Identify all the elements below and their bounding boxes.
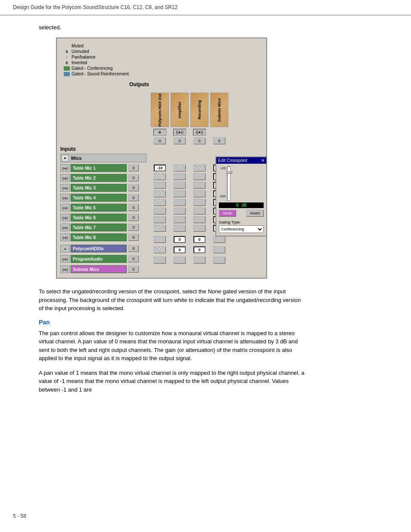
cp-btn-mic5-rec[interactable] — [193, 199, 206, 206]
col-header-amplifier: Amplifier — [171, 93, 189, 127]
submix-icon: ((●)) — [60, 265, 70, 273]
table-mic-2-gain[interactable]: 0 — [128, 174, 139, 181]
slider-track[interactable] — [227, 166, 230, 201]
cp-btn-mic6-amp[interactable] — [174, 208, 186, 215]
submix-gain[interactable]: 0 — [128, 266, 139, 273]
cp-btn-mic4-rec[interactable] — [193, 190, 206, 197]
legend-gated-conf-label: Gated - Conferencing — [72, 66, 113, 71]
cp-btn-mic1-rec[interactable] — [193, 165, 206, 171]
submix-button[interactable]: Submix Mics — [71, 265, 127, 273]
cp-mic2-amp — [171, 173, 189, 180]
mics-expand-btn[interactable]: ● — [62, 155, 68, 162]
table-mic-3-button[interactable]: Table Mic 3 — [71, 184, 127, 192]
input-row-table-mic-2: ((●)) Table Mic 2 0 — [60, 173, 146, 183]
cp-btn-prog-submix[interactable] — [213, 246, 225, 253]
cp-btn-mic1-hdx[interactable]: -10 — [154, 165, 166, 171]
table-mic-5-button[interactable]: Table Mic 5 — [71, 204, 127, 212]
input-row-table-mic-5: ((●)) Table Mic 5 0 — [60, 203, 146, 212]
table-mic-1-gain[interactable]: 0 — [128, 165, 139, 171]
edit-panel-close-btn[interactable]: ✕ — [261, 158, 265, 163]
cp-btn-mic4-hdx[interactable] — [154, 190, 166, 197]
mute-button[interactable]: Mute — [219, 210, 236, 217]
cp-mic8-hdx — [151, 224, 169, 232]
cp-btn-mic5-hdx[interactable] — [154, 199, 166, 206]
cp-btn-mic7-rec[interactable] — [193, 216, 206, 223]
cp-btn-mic3-rec[interactable] — [193, 182, 206, 189]
invert-button[interactable]: Invert — [246, 210, 264, 217]
table-mic-3-gain[interactable]: 0 — [128, 184, 139, 191]
mics-section-header: ● Mics — [60, 154, 146, 162]
cp-btn-prog-hdx[interactable] — [154, 246, 166, 253]
cp-btn-hdx-rec[interactable]: 0 — [193, 236, 206, 243]
cp-hdx-submix — [210, 236, 228, 243]
cp-btn-mic3-amp[interactable] — [174, 182, 186, 189]
cp-btn-mic2-rec[interactable] — [193, 173, 206, 180]
table-mic-7-gain[interactable]: 0 — [128, 224, 139, 231]
cp-mic4-hdx — [151, 190, 169, 198]
cp-btn-mic7-amp[interactable] — [174, 216, 186, 223]
zero-row: 0 0 0 0 — [146, 137, 263, 144]
col-header-recording: Recording — [190, 93, 209, 127]
cp-mic8-rec — [190, 224, 209, 232]
cp-btn-mic7-hdx[interactable] — [154, 216, 166, 223]
zero-btn-2[interactable]: 0 — [174, 137, 186, 144]
cp-btn-hdx-submix[interactable] — [213, 236, 225, 243]
table-mic-4-button[interactable]: Table Mic 4 — [71, 194, 127, 202]
body-para-2: The pan control allows the designer to c… — [39, 329, 306, 363]
col-ctrl-btn-2[interactable]: ((●)) — [173, 129, 186, 136]
zero-btn-4[interactable]: 0 — [213, 137, 225, 144]
zero-btn-1[interactable]: 0 — [154, 137, 166, 144]
zero-btn-3[interactable]: 0 — [193, 137, 206, 144]
cp-btn-sub-hdx[interactable] — [154, 257, 166, 264]
cp-btn-hdx-hdx[interactable] — [154, 236, 166, 243]
table-mic-5-gain[interactable]: 0 — [128, 204, 139, 211]
table-mic-6-gain[interactable]: 0 — [128, 214, 139, 221]
table-mic-7-button[interactable]: Table Mic 7 — [71, 224, 127, 231]
program-button[interactable]: ProgramAudio — [71, 255, 127, 263]
input-row-table-mic-8: ((●)) Table Mic 8 0 — [60, 233, 146, 242]
table-mic-8-gain[interactable]: 0 — [128, 234, 139, 241]
col-ctrl-btn-3[interactable]: ((●)) — [193, 129, 206, 136]
table-mic-1-button[interactable]: Table Mic 1 — [71, 164, 127, 172]
table-mic-6-button[interactable]: Table Mic 6 — [71, 214, 127, 221]
db-display: 0 dB — [219, 202, 264, 208]
cp-btn-hdx-amp[interactable]: 0 — [174, 236, 186, 243]
page-footer: 5 - 58 — [13, 513, 26, 519]
cp-btn-prog-rec[interactable]: 0 — [193, 246, 206, 253]
hdx-gain[interactable]: 0 — [128, 245, 139, 252]
cp-hdx-amp: 0 — [171, 236, 189, 243]
cp-btn-mic3-hdx[interactable] — [154, 182, 166, 189]
page-number: 5 - 58 — [13, 513, 26, 519]
program-label-area: ((●)) ProgramAudio 0 — [60, 255, 146, 263]
input-row-hdx: ● PolycomHDXIn 0 — [60, 244, 146, 253]
cp-btn-mic1-amp[interactable] — [174, 165, 186, 171]
hdx-button[interactable]: PolycomHDXIn — [71, 245, 127, 252]
mic4-icon: ((●)) — [60, 194, 70, 202]
cp-hdx-rec: 0 — [190, 236, 209, 243]
slider-handle[interactable] — [226, 171, 232, 174]
program-gain[interactable]: 0 — [128, 255, 139, 262]
cp-btn-mic6-rec[interactable] — [193, 208, 206, 215]
cp-btn-mic6-hdx[interactable] — [154, 208, 166, 215]
gating-select[interactable]: Conferencing None Sound Reinforcement — [219, 225, 264, 233]
cp-btn-mic2-amp[interactable] — [174, 173, 186, 180]
cp-btn-mic2-hdx[interactable] — [154, 173, 166, 180]
cp-btn-mic4-amp[interactable] — [174, 190, 186, 197]
cp-btn-mic5-amp[interactable] — [174, 199, 186, 206]
cp-btn-sub-rec[interactable] — [193, 257, 206, 264]
legend-inverted-label: Inverted — [72, 60, 87, 65]
table-mic-8-label-area: ((●)) Table Mic 8 0 — [60, 233, 146, 241]
cp-btn-prog-amp[interactable]: 0 — [174, 246, 186, 253]
cp-btn-sub-submix[interactable] — [213, 257, 225, 264]
cp-btn-sub-amp[interactable] — [174, 257, 186, 264]
col-ctrl-btn-1[interactable]: ⊗ — [153, 129, 166, 136]
table-mic-2-button[interactable]: Table Mic 2 — [71, 174, 127, 182]
cp-btn-mic8-amp[interactable] — [174, 225, 186, 232]
cp-btn-mic8-hdx[interactable] — [154, 225, 166, 232]
table-mic-4-gain[interactable]: 0 — [128, 194, 139, 201]
col-header-polycom-hdx: Polycom HDX Out — [151, 93, 169, 127]
table-mic-8-button[interactable]: Table Mic 8 — [71, 233, 127, 241]
cp-mic5-amp — [171, 199, 189, 206]
cp-btn-mic8-rec[interactable] — [193, 225, 206, 232]
ctrl-cell-1: ⊗ — [151, 129, 169, 136]
